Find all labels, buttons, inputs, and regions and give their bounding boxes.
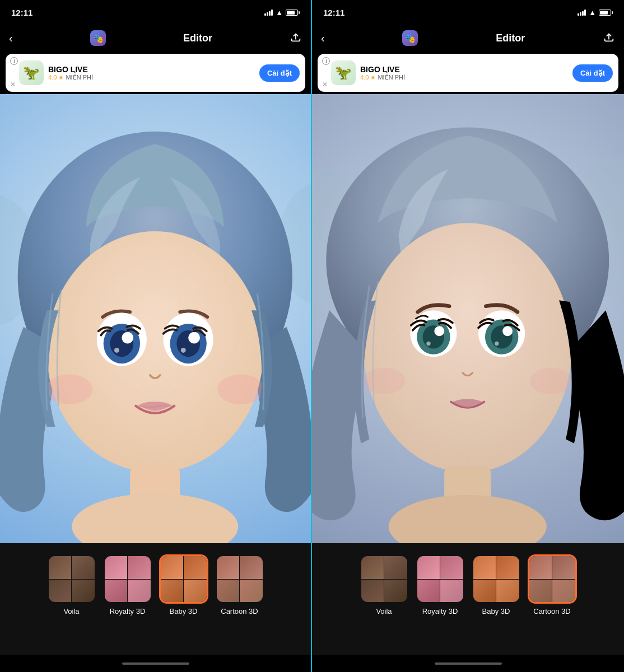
filter-thumb-voila-right[interactable] <box>360 554 409 604</box>
ad-close-left[interactable]: ✕ <box>10 81 16 88</box>
ad-sub-right: 4.0 ★ MIỄN PHÍ <box>360 74 568 81</box>
ad-button-right[interactable]: Cài đặt <box>572 64 613 82</box>
status-icons-left: ▲ <box>264 8 300 17</box>
svg-point-29 <box>434 326 444 336</box>
svg-point-6 <box>217 375 264 404</box>
filter-row-right: Voila Royalty 3D <box>351 554 586 615</box>
ad-banner-right[interactable]: ℹ ✕ 🦖 BIGO LIVE 4.0 ★ MIỄN PHÍ Cài đặt <box>318 54 618 92</box>
ad-text-left: BIGO LIVE 4.0 ★ MIỄN PHÍ <box>48 65 255 81</box>
svg-point-10 <box>122 332 133 344</box>
bottom-toolbar-right: Voila Royalty 3D <box>312 543 624 655</box>
svg-point-5 <box>46 375 92 404</box>
filter-label-baby-right: Baby 3D <box>482 607 510 615</box>
signal-icon-right <box>578 9 586 16</box>
filter-item-baby-right[interactable]: Baby 3D <box>472 554 521 615</box>
upload-button-left[interactable] <box>290 31 302 46</box>
wifi-icon-left: ▲ <box>276 8 283 17</box>
svg-point-15 <box>188 332 200 344</box>
filter-label-royalty-left: Royalty 3D <box>110 607 146 615</box>
svg-point-11 <box>114 348 119 353</box>
filter-thumb-cartoon-left[interactable] <box>215 554 264 604</box>
cartoon-face-right <box>312 94 624 543</box>
filter-item-voila-right[interactable]: Voila <box>360 554 409 615</box>
filter-label-voila-right: Voila <box>376 607 392 615</box>
nav-title-right: Editor <box>496 32 525 44</box>
signal-icon-left <box>264 9 273 16</box>
filter-item-cartoon-left[interactable]: Cartoon 3D <box>215 554 264 615</box>
main-image-area-right <box>312 94 624 543</box>
filter-item-royalty-right[interactable]: Royalty 3D <box>416 554 465 615</box>
filter-label-cartoon-right: Cartoon 3D <box>533 607 570 615</box>
filter-thumb-cartoon-right[interactable] <box>528 554 577 604</box>
svg-point-25 <box>530 368 571 395</box>
ad-rating-right: 4.0 ★ <box>360 74 376 81</box>
filter-item-baby-left[interactable]: Baby 3D <box>159 554 208 615</box>
status-time-right: 12:11 <box>323 8 344 17</box>
app-icon-left: 🎭 <box>90 30 106 46</box>
ad-info-icon-left: ℹ <box>10 57 18 65</box>
nav-bar-right: ‹ 🎭 Editor <box>312 25 624 52</box>
main-image-area-left <box>0 94 311 543</box>
svg-point-34 <box>502 326 513 336</box>
app-icon-right: 🎭 <box>402 30 418 46</box>
filter-thumb-royalty-right[interactable] <box>416 554 465 604</box>
svg-point-23 <box>364 223 571 473</box>
svg-point-16 <box>181 348 186 353</box>
ad-sub-left: 4.0 ★ MIỄN PHÍ <box>48 74 255 81</box>
filter-thumb-royalty-left[interactable] <box>103 554 152 604</box>
home-indicator-right <box>312 655 624 672</box>
ad-title-right: BIGO LIVE <box>360 65 568 74</box>
filter-thumb-baby-right[interactable] <box>472 554 521 604</box>
left-panel: 12:11 ▲ ‹ 🎭 Editor ℹ ✕ � <box>0 0 312 672</box>
status-icons-right: ▲ <box>578 8 613 17</box>
ad-title-left: BIGO LIVE <box>48 65 255 74</box>
bottom-toolbar-left: Voila Royalty 3D <box>0 543 311 655</box>
upload-button-right[interactable] <box>603 31 615 46</box>
filter-item-cartoon-right[interactable]: Cartoon 3D <box>528 554 577 615</box>
home-indicator-left <box>0 655 311 672</box>
back-button-left[interactable]: ‹ <box>9 32 13 45</box>
filter-item-voila-left[interactable]: Voila <box>47 554 96 615</box>
status-time-left: 12:11 <box>11 8 32 17</box>
svg-point-24 <box>364 368 405 395</box>
status-bar-left: 12:11 ▲ <box>0 0 311 25</box>
battery-icon-left <box>286 10 300 16</box>
ad-logo-left: 🦖 <box>19 60 44 85</box>
filter-thumb-voila-left[interactable] <box>47 554 96 604</box>
home-bar-left <box>122 662 189 665</box>
ad-close-right[interactable]: ✕ <box>322 81 328 88</box>
right-panel: 12:11 ▲ ‹ 🎭 Editor ℹ ✕ � <box>312 0 624 672</box>
nav-bar-left: ‹ 🎭 Editor <box>0 25 311 52</box>
status-bar-right: 12:11 ▲ <box>312 0 624 25</box>
ad-banner-left[interactable]: ℹ ✕ 🦖 BIGO LIVE 4.0 ★ MIỄN PHÍ Cài đặt <box>6 54 305 92</box>
ad-rating-left: 4.0 ★ <box>48 74 64 81</box>
back-button-right[interactable]: ‹ <box>321 32 325 45</box>
cartoon-face-left <box>0 94 311 543</box>
ad-info-icon-right: ℹ <box>322 57 330 65</box>
svg-point-35 <box>495 342 499 346</box>
filter-thumb-baby-left[interactable] <box>159 554 208 604</box>
filter-label-voila-left: Voila <box>63 607 79 615</box>
battery-icon-right <box>599 10 613 16</box>
home-bar-right <box>435 662 502 665</box>
ad-text-right: BIGO LIVE 4.0 ★ MIỄN PHÍ <box>360 65 568 81</box>
ad-logo-right: 🦖 <box>331 60 356 85</box>
wifi-icon-right: ▲ <box>589 8 596 17</box>
svg-point-4 <box>47 231 263 473</box>
ad-button-left[interactable]: Cài đặt <box>259 64 300 82</box>
nav-title-left: Editor <box>183 32 212 44</box>
filter-label-royalty-right: Royalty 3D <box>422 607 458 615</box>
svg-point-30 <box>426 342 430 346</box>
filter-label-cartoon-left: Cartoon 3D <box>221 607 258 615</box>
filter-item-royalty-left[interactable]: Royalty 3D <box>103 554 152 615</box>
filter-label-baby-left: Baby 3D <box>170 607 198 615</box>
filter-row-left: Voila Royalty 3D <box>38 554 273 615</box>
